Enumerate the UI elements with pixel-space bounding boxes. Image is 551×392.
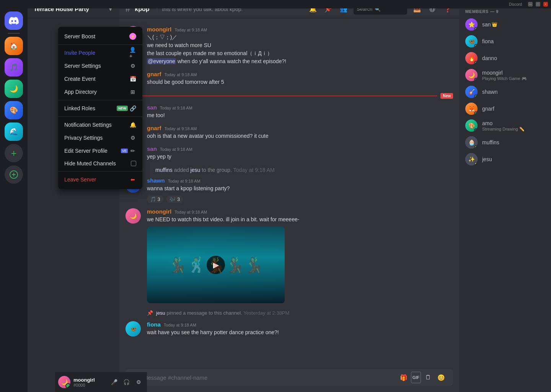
member-avatar: 🧁 bbox=[465, 136, 478, 149]
menu-notification-settings[interactable]: Notification Settings 🔔 bbox=[58, 118, 142, 131]
mic-button[interactable]: 🎤 bbox=[109, 377, 119, 387]
member-item-amo[interactable]: 🎨 amo Streaming Drawing ✏️ bbox=[462, 117, 548, 134]
server-icon-3[interactable]: 🌙 bbox=[5, 80, 23, 98]
message-username[interactable]: moongirl bbox=[147, 26, 171, 33]
member-item-shawn[interactable]: 🎸 shawn bbox=[462, 83, 548, 100]
new-messages-divider: New bbox=[126, 93, 453, 99]
mention-everyone[interactable]: @everyone bbox=[147, 58, 176, 64]
message-header: san Today at 9:18 AM bbox=[147, 145, 453, 152]
mention-jesu[interactable]: jesu bbox=[191, 167, 201, 173]
maximize-button[interactable]: □ bbox=[536, 2, 540, 7]
message-username[interactable]: shawn bbox=[147, 177, 165, 184]
online-indicator bbox=[474, 145, 478, 149]
user-avatar[interactable]: 🌙 bbox=[58, 376, 70, 388]
menu-item-label: Create Event bbox=[64, 76, 96, 82]
system-time: Today at 9:18 AM bbox=[233, 167, 274, 173]
avatar-image: 🌙 bbox=[126, 208, 141, 224]
mention-muffins[interactable]: muffins bbox=[155, 167, 173, 173]
message-group-san: ⭐ san Today at 9:18 AM me too! bbox=[126, 103, 453, 121]
close-button[interactable]: × bbox=[543, 2, 548, 7]
menu-server-settings[interactable]: Server Settings ⚙ bbox=[58, 59, 142, 72]
menu-edit-server-profile[interactable]: Edit Server Profile VE ✏ bbox=[58, 144, 142, 157]
member-item-danno[interactable]: 🔥 danno bbox=[462, 50, 548, 67]
member-item-moongirl[interactable]: 🌙 moongirl Playing Witch Game 🎮 bbox=[462, 67, 548, 83]
message-text: yep yep ty bbox=[147, 153, 453, 161]
member-item-san[interactable]: ⭐ san 👑 bbox=[462, 16, 548, 33]
member-item-fiona[interactable]: 🦋 fiona bbox=[462, 33, 548, 50]
message-text: we NEED to watch this txt video. ill joi… bbox=[147, 216, 453, 224]
member-info: moongirl Playing Witch Game 🎮 bbox=[482, 69, 527, 81]
menu-create-event[interactable]: Create Event 📅 bbox=[58, 72, 142, 85]
message-username[interactable]: gnarf bbox=[147, 71, 161, 77]
member-avatar: ⭐ bbox=[465, 18, 478, 31]
server-icon-4[interactable]: 🎨 bbox=[5, 101, 23, 119]
menu-hide-muted-channels[interactable]: Hide Muted Channels bbox=[58, 157, 142, 170]
divider-line bbox=[126, 96, 437, 96]
gear-icon: ⚙ bbox=[129, 62, 136, 69]
ve-badge: VE bbox=[121, 149, 128, 153]
minimize-button[interactable]: ─ bbox=[528, 2, 533, 7]
reaction-music-notes[interactable]: 🎶 3 bbox=[166, 196, 183, 203]
mention-jesu-pin[interactable]: jesu bbox=[156, 310, 165, 316]
pencil-icon: ✏ bbox=[129, 147, 136, 154]
member-item-muffins[interactable]: 🧁 muffins bbox=[462, 134, 548, 151]
reaction-music-note[interactable]: 🎵 3 bbox=[147, 196, 163, 203]
settings-button[interactable]: ⚙ bbox=[133, 377, 144, 387]
channel-list: Terrace House Party ▼ Server Boost ⚡ Inv… bbox=[28, 0, 119, 392]
menu-item-label: Linked Roles bbox=[64, 105, 95, 111]
message-text: me too! bbox=[147, 111, 453, 119]
member-avatar: 🦊 bbox=[465, 103, 478, 115]
online-indicator bbox=[474, 61, 478, 64]
exit-icon: ⬅ bbox=[129, 176, 136, 183]
message-username[interactable]: san bbox=[147, 104, 157, 111]
message-time: Today at 9:18 AM bbox=[174, 28, 207, 32]
member-item-jesu[interactable]: ✨ jesu bbox=[462, 151, 548, 168]
emoji-button[interactable]: 😊 bbox=[435, 372, 447, 383]
menu-server-boost[interactable]: Server Boost ⚡ bbox=[58, 30, 142, 43]
online-indicator bbox=[474, 44, 478, 47]
server-icon-1[interactable]: 🏠 bbox=[5, 37, 23, 55]
discord-home-button[interactable] bbox=[5, 11, 23, 30]
member-item-gnarf[interactable]: 🦊 gnarf bbox=[462, 100, 548, 117]
menu-privacy-settings[interactable]: Privacy Settings ⚙ bbox=[58, 131, 142, 144]
message-avatar[interactable]: 🦋 bbox=[126, 321, 141, 336]
message-username[interactable]: gnarf bbox=[147, 125, 161, 131]
message-header: moongirl Today at 9:18 AM bbox=[147, 208, 453, 215]
member-name: fiona bbox=[482, 38, 494, 44]
message-group-moongirl-1: 🌙 moongirl Today at 9:18 AM ＼(；▽；)／ we n… bbox=[126, 24, 453, 67]
user-controls: 🎤 🎧 ⚙ bbox=[109, 377, 144, 387]
streaming-indicator bbox=[474, 128, 478, 132]
avatar-image: 🌙 bbox=[58, 376, 70, 388]
message-time: Today at 9:18 AM bbox=[160, 147, 192, 152]
menu-invite-people[interactable]: Invite People 👤+ bbox=[58, 46, 142, 59]
message-username[interactable]: fiona bbox=[147, 321, 161, 328]
message-header: gnarf Today at 9:18 AM bbox=[147, 125, 453, 131]
headset-button[interactable]: 🎧 bbox=[121, 377, 132, 387]
server-icon-5[interactable]: 🌊 bbox=[5, 122, 23, 141]
message-avatar[interactable]: 🌙 bbox=[126, 208, 141, 224]
video-embed[interactable]: 💃🕺💃💃💃 ▶ bbox=[147, 227, 285, 303]
server-icon-2[interactable]: 🎵 bbox=[5, 58, 23, 77]
message-group-moongirl-2: 🌙 moongirl Today at 9:18 AM we NEED to w… bbox=[126, 207, 453, 305]
sticker-button[interactable]: 🗒 bbox=[422, 372, 434, 383]
member-info: danno bbox=[482, 55, 497, 62]
message-username[interactable]: san bbox=[147, 145, 157, 152]
server-explore-button[interactable] bbox=[5, 165, 23, 184]
message-content: shawn Today at 9:18 AM wanna start a kpo… bbox=[147, 177, 453, 203]
message-time: Today at 9:18 AM bbox=[160, 106, 192, 110]
pin-notice: 📌 jesu pinned a message to this channel.… bbox=[126, 307, 453, 319]
server-icon-add[interactable]: + bbox=[5, 144, 23, 162]
gif-button[interactable]: GIF bbox=[411, 372, 421, 383]
menu-leave-server[interactable]: Leave Server ⬅ bbox=[58, 173, 142, 186]
message-content: moongirl Today at 9:18 AM ＼(；▽；)／ we nee… bbox=[147, 26, 453, 65]
message-group-fiona: 🦋 fiona Today at 9:18 AM wait have you s… bbox=[126, 320, 453, 338]
gift-icon[interactable]: 🎁 bbox=[398, 372, 409, 383]
message-input-box[interactable]: ⊕ Message #channel-name 🎁 GIF 🗒 😊 bbox=[126, 369, 453, 386]
menu-linked-roles[interactable]: Linked Roles NEW 🔗 bbox=[58, 102, 142, 115]
input-placeholder: Message #channel-name bbox=[143, 374, 393, 381]
menu-app-directory[interactable]: App Directory ⊞ bbox=[58, 85, 142, 98]
member-status: Streaming Drawing ✏️ bbox=[482, 127, 525, 132]
message-username[interactable]: moongirl bbox=[147, 208, 171, 215]
idle-indicator bbox=[474, 162, 478, 165]
menu-item-label: Leave Server bbox=[64, 176, 96, 183]
